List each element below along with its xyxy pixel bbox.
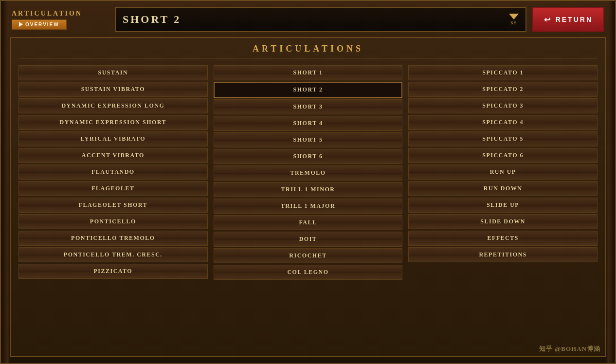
ks-arrow-icon <box>509 14 519 19</box>
ks-label: KS <box>510 20 517 25</box>
list-item[interactable]: Doit <box>214 232 403 247</box>
list-item[interactable]: Short 4 <box>214 116 403 131</box>
list-item[interactable]: Slide Down <box>408 214 598 229</box>
list-item[interactable]: Short 5 <box>214 132 403 147</box>
current-articulation-name: SHORT 2 <box>123 13 181 26</box>
articulation-section: ARTICULATION OVERVIEW <box>12 10 109 30</box>
list-item[interactable]: Repetitions <box>408 247 598 262</box>
content-panel: ARTICULATIONS Sustain Sustain Vibrato Dy… <box>10 37 606 357</box>
return-button[interactable]: ↩ RETURN <box>532 7 604 32</box>
list-item[interactable]: Pizzicato <box>18 264 208 279</box>
list-item[interactable]: Ponticello Tremolo <box>18 231 208 246</box>
list-item[interactable]: Spiccato 2 <box>408 82 598 97</box>
list-item[interactable]: Spiccato 1 <box>408 65 598 80</box>
articulation-title: ARTICULATION <box>12 10 82 18</box>
list-item[interactable]: Trill 1 Minor <box>214 182 403 197</box>
list-item[interactable]: Dynamic Expression Long <box>18 98 208 113</box>
list-item-active[interactable]: Short 2 <box>214 82 403 98</box>
list-item[interactable]: Spiccato 6 <box>408 148 598 163</box>
return-label: RETURN <box>556 16 593 23</box>
list-item[interactable]: Run Up <box>408 164 598 180</box>
list-item[interactable]: Flautando <box>18 164 208 180</box>
return-icon: ↩ <box>544 15 552 24</box>
list-item[interactable]: Flageolet <box>18 181 208 196</box>
play-icon <box>19 22 23 27</box>
list-item[interactable]: Dynamic Expression Short <box>18 115 208 130</box>
list-item[interactable]: Slide Up <box>408 198 598 213</box>
list-item[interactable]: Spiccato 3 <box>408 98 598 113</box>
overview-label: OVERVIEW <box>25 22 59 27</box>
articulations-header: ARTICULATIONS <box>18 44 598 58</box>
main-container: ARTICULATION OVERVIEW SHORT 2 KS ↩ RETUR… <box>0 0 616 364</box>
list-item[interactable]: Run Down <box>408 181 598 196</box>
watermark: 知乎 @BOHAN博涵 <box>539 345 600 353</box>
list-item[interactable]: Ponticello Trem. Cresc. <box>18 247 208 262</box>
list-item[interactable]: Sustain <box>18 65 208 80</box>
list-item[interactable]: Trill 1 Major <box>214 199 403 214</box>
list-item[interactable]: Short 1 <box>214 65 403 80</box>
list-item[interactable]: Sustain Vibrato <box>18 82 208 97</box>
current-articulation-display: SHORT 2 KS <box>115 7 526 32</box>
list-item[interactable]: Ricochet <box>214 248 403 263</box>
columns-container: Sustain Sustain Vibrato Dynamic Expressi… <box>18 65 598 350</box>
list-item[interactable]: Col Legno <box>214 265 403 280</box>
list-item[interactable]: Effects <box>408 231 598 246</box>
overview-button[interactable]: OVERVIEW <box>12 19 67 30</box>
list-item[interactable]: Spiccato 4 <box>408 115 598 130</box>
list-item[interactable]: Spiccato 5 <box>408 131 598 146</box>
top-bar: ARTICULATION OVERVIEW SHORT 2 KS ↩ RETUR… <box>10 7 606 32</box>
ks-badge: KS <box>509 14 519 25</box>
list-item[interactable]: Accent Vibrato <box>18 148 208 163</box>
column-1: Sustain Sustain Vibrato Dynamic Expressi… <box>18 65 208 350</box>
list-item[interactable]: Flageolet Short <box>18 198 208 213</box>
list-item[interactable]: Short 6 <box>214 149 403 164</box>
column-2: Short 1 Short 2 Short 3 Short 4 Short 5 … <box>214 65 403 350</box>
column-3: Spiccato 1 Spiccato 2 Spiccato 3 Spiccat… <box>408 65 598 350</box>
list-item[interactable]: Short 3 <box>214 99 403 114</box>
list-item[interactable]: Tremolo <box>214 165 403 181</box>
list-item[interactable]: Lyrical Vibrato <box>18 131 208 146</box>
list-item[interactable]: Fall <box>214 215 403 230</box>
list-item[interactable]: Ponticello <box>18 214 208 229</box>
